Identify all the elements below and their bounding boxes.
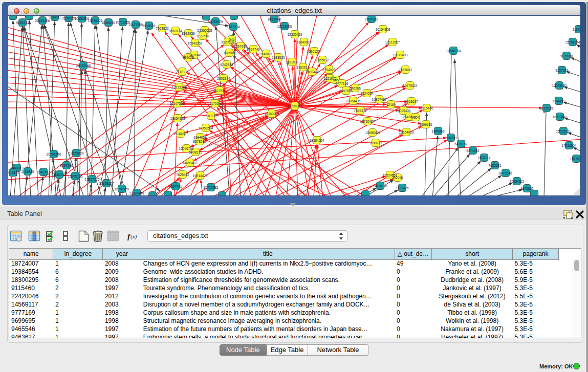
svg-text:16033809: 16033809 [208,20,223,24]
svg-text:7515526: 7515526 [142,24,156,28]
svg-text:8938923: 8938923 [444,136,458,140]
svg-text:7632621: 7632621 [488,164,502,167]
svg-text:12923445: 12923445 [129,191,144,195]
svg-text:10654112: 10654112 [510,180,525,183]
svg-text:9194058: 9194058 [193,136,207,139]
svg-text:7485003: 7485003 [399,68,412,72]
svg-text:2718176: 2718176 [176,70,189,74]
svg-text:12975115: 12975115 [403,84,418,87]
svg-text:7625402: 7625402 [176,173,189,177]
svg-text:19384554: 19384554 [310,139,324,142]
svg-text:9857791: 9857791 [169,185,182,188]
svg-text:16914479: 16914479 [193,174,208,178]
svg-text:10807487: 10807487 [372,98,387,101]
svg-text:17359924: 17359924 [69,151,84,155]
svg-text:19654923: 19654923 [399,130,414,134]
svg-text:7955812: 7955812 [316,58,329,62]
svg-text:17957275: 17957275 [85,178,100,181]
svg-text:9777169: 9777169 [335,82,349,85]
svg-text:15716485: 15716485 [204,186,219,189]
svg-text:2803144: 2803144 [217,77,230,80]
svg-text:3915141: 3915141 [8,171,19,174]
svg-text:3875985: 3875985 [223,51,236,55]
svg-text:62160: 62160 [386,103,396,106]
svg-text:16107552: 16107552 [170,102,185,105]
svg-text:1117203: 1117203 [573,28,580,31]
svg-text:2935114: 2935114 [478,156,491,160]
svg-text:14099483: 14099483 [183,161,198,165]
svg-text:3822037: 3822037 [286,60,299,64]
svg-text:9115460: 9115460 [421,106,433,110]
svg-text:2087682: 2087682 [365,17,378,21]
svg-text:8813054: 8813054 [268,17,281,21]
svg-text:19654925: 19654925 [170,117,185,120]
svg-text:18640910: 18640910 [297,40,312,44]
svg-text:8990448: 8990448 [306,70,319,74]
svg-text:9245652: 9245652 [520,187,534,190]
svg-text:9227343: 9227343 [555,69,569,72]
svg-text:3227500: 3227500 [196,34,209,38]
svg-text:9660124: 9660124 [169,29,182,33]
svg-text:546: 546 [229,38,235,41]
svg-text:10025438: 10025438 [396,109,411,113]
svg-text:7386372: 7386372 [354,109,367,113]
svg-text:9463627: 9463627 [405,100,418,103]
svg-text:10852555: 10852555 [61,16,76,20]
svg-text:15751074: 15751074 [565,40,580,44]
svg-text:1244419: 1244419 [552,99,565,103]
svg-text:8878532: 8878532 [193,140,206,143]
svg-text:14136141: 14136141 [373,184,388,188]
svg-text:9604: 9604 [412,116,420,119]
svg-text:5498222: 5498222 [189,150,202,154]
svg-text:22260558: 22260558 [198,29,212,32]
svg-text:12325419: 12325419 [288,33,302,36]
svg-text:16543362: 16543362 [188,41,203,45]
svg-text:10973493: 10973493 [393,53,408,57]
svg-text:6794028: 6794028 [322,68,336,72]
svg-text:15276021: 15276021 [88,19,103,23]
svg-text:12213369: 12213369 [172,85,187,89]
svg-text:2367608: 2367608 [234,45,247,48]
svg-text:1167533: 1167533 [570,157,580,161]
svg-text:8215955: 8215955 [540,106,553,110]
svg-text:15692971: 15692971 [556,129,571,133]
svg-text:746266: 746266 [350,86,361,90]
svg-text:1640953: 1640953 [431,129,445,133]
svg-text:16210643: 16210643 [553,115,568,119]
svg-text:1590723: 1590723 [369,141,382,145]
svg-text:12905135: 12905135 [68,174,83,178]
svg-text:9055712: 9055712 [16,21,29,25]
svg-text:3824554: 3824554 [360,92,374,95]
svg-text:1362615: 1362615 [296,65,310,69]
svg-text:252254: 252254 [392,176,403,180]
svg-text:16782759: 16782759 [115,187,129,191]
svg-text:9146821: 9146821 [259,52,273,56]
svg-text:1650813: 1650813 [10,166,24,170]
svg-text:18724007: 18724007 [288,104,302,108]
svg-text:9699695: 9699695 [419,123,432,126]
svg-text:16154808: 16154808 [376,28,390,31]
svg-text:9804111: 9804111 [49,16,61,19]
svg-text:9397586: 9397586 [60,164,73,167]
svg-text:1156829: 1156829 [21,170,34,173]
svg-text:29053346: 29053346 [76,64,91,68]
svg-text:9474444: 9474444 [466,149,480,152]
svg-text:9242848: 9242848 [220,63,233,67]
svg-text:20206576: 20206576 [47,152,61,156]
svg-text:6479197: 6479197 [454,142,468,146]
svg-text:20691406: 20691406 [35,19,50,23]
svg-text:8454749: 8454749 [247,48,260,51]
svg-text:10688609: 10688609 [365,131,380,135]
svg-text:7357224: 7357224 [227,25,240,29]
svg-text:8471676: 8471676 [499,171,512,175]
svg-text:845: 845 [333,78,339,82]
svg-text:20364436: 20364436 [346,99,361,103]
svg-text:10671355: 10671355 [128,23,143,27]
svg-text:19166827: 19166827 [173,132,188,136]
svg-text:217004: 217004 [209,102,221,105]
svg-text:3267110: 3267110 [205,114,217,118]
svg-text:19218506: 19218506 [277,25,292,28]
svg-text:(x): (x) [130,233,137,240]
svg-text:2942757: 2942757 [37,170,50,174]
svg-text:1145194: 1145194 [53,173,66,177]
